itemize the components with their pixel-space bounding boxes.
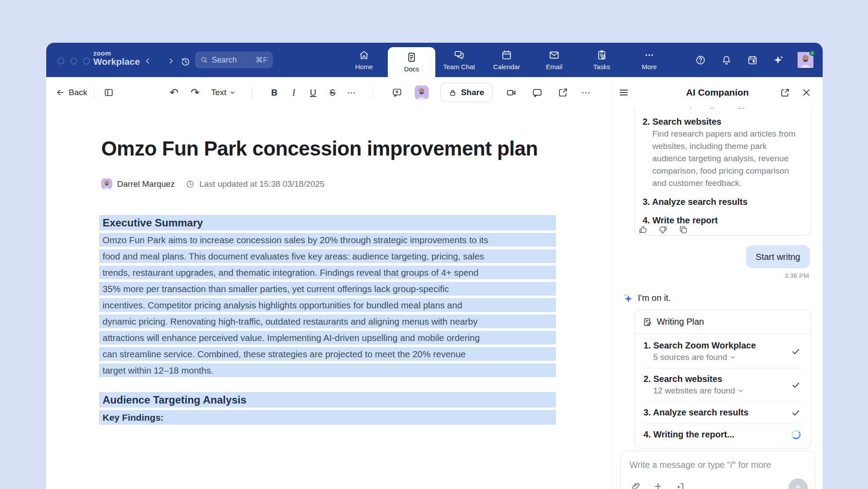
thumbs-up-icon[interactable] bbox=[636, 223, 649, 236]
assistant-status-text: I'm on it. bbox=[638, 293, 671, 303]
underline-button[interactable]: U bbox=[308, 88, 318, 98]
app-tabs: Home Docs Team Chat bbox=[340, 43, 673, 77]
plan-item-2: 2. Search websites 12 websites are found bbox=[644, 368, 802, 402]
author-avatar bbox=[101, 178, 112, 189]
clipped-text-line: current food pricing strategy. bbox=[643, 108, 803, 109]
document-canvas[interactable]: Omzo Fun Park concession improvement pla… bbox=[46, 108, 612, 489]
team-chat-icon bbox=[453, 49, 465, 61]
tab-docs[interactable]: Docs bbox=[388, 47, 435, 77]
strikethrough-button[interactable]: S bbox=[327, 88, 337, 98]
ai-companion-panel: AI Companion current food pricing strate… bbox=[612, 77, 823, 489]
back-button[interactable]: Back bbox=[56, 88, 87, 97]
nav-back-icon[interactable] bbox=[142, 56, 153, 67]
help-icon[interactable] bbox=[693, 53, 708, 67]
tab-home-label: Home bbox=[355, 63, 373, 70]
tab-more-label: More bbox=[642, 63, 657, 70]
plan-item-title: 4. Writing the report... bbox=[644, 430, 734, 439]
last-updated: Last updated at 15:38 03/18/2025 bbox=[199, 179, 324, 189]
insert-to-doc-icon[interactable] bbox=[673, 480, 687, 489]
plan-item-3: 3. Analyze search results bbox=[644, 402, 802, 424]
add-comment-icon[interactable] bbox=[390, 85, 404, 100]
tab-team-chat[interactable]: Team Chat bbox=[435, 43, 483, 77]
key-findings-heading: Key Findings: bbox=[99, 410, 556, 425]
navbar-right-cluster bbox=[693, 43, 813, 77]
toolbar-more-button[interactable]: ⋯ bbox=[581, 87, 591, 98]
highlighted-text-line: dynamic pricing. Renovating high-traffic… bbox=[99, 315, 556, 328]
text-style-label: Text bbox=[211, 88, 226, 97]
collaborator-avatar[interactable] bbox=[415, 85, 429, 100]
plan-item-1: 1. Search Zoom Workplace 5 sources are f… bbox=[644, 335, 802, 368]
tab-email-label: Email bbox=[546, 63, 563, 70]
tab-email[interactable]: Email bbox=[530, 43, 578, 77]
message-feedback-row bbox=[636, 223, 690, 236]
writing-plan-card: Writing Plan 1. Search Zoom Workplace 5 … bbox=[634, 310, 811, 448]
ai-sparkle-icon[interactable] bbox=[771, 52, 786, 67]
bold-button[interactable]: B bbox=[269, 88, 279, 98]
undo-button[interactable]: ↶ bbox=[168, 85, 180, 100]
writing-plan-title: Writing Plan bbox=[657, 317, 704, 327]
close-icon[interactable] bbox=[800, 86, 813, 100]
plan-item-title: 2. Search websites bbox=[644, 374, 722, 384]
document-title: Omzo Fun Park concession improvement pla… bbox=[99, 129, 556, 168]
message-timestamp: 3:36 PM bbox=[784, 272, 809, 279]
nav-forward-icon[interactable] bbox=[166, 56, 177, 67]
back-label: Back bbox=[69, 88, 87, 97]
copy-icon[interactable] bbox=[677, 223, 690, 236]
redo-button[interactable]: ↷ bbox=[189, 85, 201, 100]
format-more-button[interactable]: ⋯ bbox=[347, 87, 356, 98]
pop-out-icon[interactable] bbox=[778, 86, 792, 100]
plan-item-title: 1. Search Zoom Workplace bbox=[644, 341, 756, 350]
user-message-text: Start writng bbox=[756, 252, 800, 262]
ai-sparkle-icon bbox=[622, 292, 634, 304]
thumbs-down-icon[interactable] bbox=[657, 223, 669, 236]
italic-button[interactable]: I bbox=[289, 88, 298, 98]
user-avatar[interactable] bbox=[798, 52, 813, 68]
composer-input[interactable] bbox=[629, 460, 806, 470]
tab-docs-label: Docs bbox=[404, 65, 419, 73]
audience-heading: Audience Targeting Analysis bbox=[99, 392, 556, 408]
global-search-input[interactable]: Search ⌘F bbox=[195, 52, 273, 68]
open-external-icon[interactable] bbox=[556, 85, 570, 100]
plan-step: 2. Search websites Find research papers … bbox=[643, 115, 803, 189]
chevron-down-icon bbox=[738, 388, 744, 394]
sidebar-toggle-icon[interactable] bbox=[102, 85, 116, 100]
highlighted-text-line: target within 12–18 months. bbox=[99, 363, 556, 377]
tab-more[interactable]: More bbox=[625, 43, 673, 77]
tab-calendar[interactable]: Calendar bbox=[483, 43, 530, 77]
share-button[interactable]: Share bbox=[440, 83, 493, 102]
schedule-icon[interactable] bbox=[745, 53, 760, 67]
tab-tasks[interactable]: Tasks bbox=[578, 43, 625, 77]
history-icon[interactable] bbox=[178, 55, 193, 69]
message-composer[interactable] bbox=[620, 451, 815, 489]
ai-conversation[interactable]: current food pricing strategy. 2. Search… bbox=[612, 108, 823, 489]
window-minimize-button[interactable] bbox=[70, 58, 77, 64]
attach-file-icon[interactable] bbox=[629, 480, 643, 489]
window-zoom-button[interactable] bbox=[83, 58, 90, 64]
video-meeting-icon[interactable] bbox=[504, 85, 519, 100]
writing-plan-icon bbox=[643, 317, 652, 327]
plan-item-detail[interactable]: 12 websites are found bbox=[644, 385, 790, 396]
writing-plan-header: Writing Plan bbox=[635, 310, 811, 334]
add-plus-icon[interactable] bbox=[651, 480, 665, 489]
toolbar-divider bbox=[94, 87, 95, 98]
highlighted-text-line: Omzo Fun Park aims to increase concessio… bbox=[99, 233, 556, 247]
window-controls[interactable] bbox=[58, 58, 90, 64]
tasks-icon bbox=[596, 49, 607, 61]
plan-item-detail[interactable]: 5 sources are found bbox=[644, 352, 790, 363]
share-label: Share bbox=[461, 88, 484, 97]
comments-icon[interactable] bbox=[530, 85, 544, 100]
exec-summary-heading: Executive Summary bbox=[99, 215, 556, 230]
top-navbar: zoom Workplace Search ⌘F bbox=[46, 43, 823, 77]
previous-plan-steps: 2. Search websites Find research papers … bbox=[643, 115, 803, 226]
exec-summary-paragraph: Omzo Fun Park aims to increase concessio… bbox=[99, 233, 556, 377]
ai-panel-header: AI Companion bbox=[612, 77, 823, 108]
email-icon bbox=[548, 49, 560, 61]
presence-status-dot bbox=[809, 50, 815, 56]
tab-home[interactable]: Home bbox=[340, 43, 388, 77]
window-close-button[interactable] bbox=[58, 58, 64, 64]
text-style-dropdown[interactable]: Text bbox=[211, 88, 235, 97]
plan-step-title: 2. Search websites bbox=[643, 115, 803, 128]
notifications-bell-icon[interactable] bbox=[719, 53, 734, 67]
plan-item-title: 3. Analyze search results bbox=[644, 408, 748, 417]
search-icon bbox=[200, 56, 208, 64]
